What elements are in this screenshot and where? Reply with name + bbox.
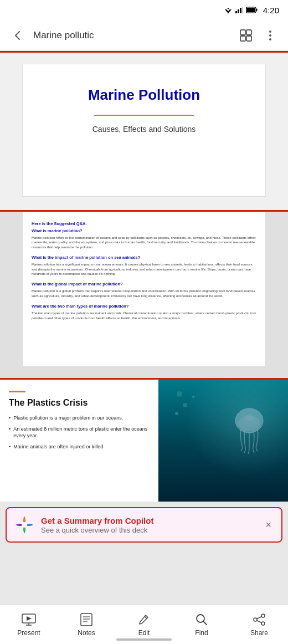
status-icons: 4:20	[224, 6, 279, 15]
slide-1-title: Marine Pollution	[88, 86, 200, 104]
more-options-button[interactable]	[259, 24, 281, 47]
find-icon	[194, 612, 209, 627]
svg-point-37	[254, 618, 257, 621]
svg-point-22	[183, 403, 187, 407]
top-bar-actions	[235, 24, 281, 47]
top-bar: Marine pollutic	[0, 20, 288, 51]
main-content: Marine Pollution Causes, Effects and Sol…	[0, 53, 288, 606]
svg-rect-4	[235, 11, 237, 13]
slide-2-a3: Marine pollution is a global problem tha…	[32, 289, 256, 298]
back-icon	[12, 29, 24, 42]
layout-icon	[239, 28, 253, 43]
status-time: 4:20	[263, 6, 279, 15]
signal-icon	[235, 7, 243, 13]
svg-rect-30	[81, 614, 92, 626]
slide-2: Here is the Suggested Q&A: What is marin…	[22, 212, 266, 367]
slide-1-subtitle: Causes, Effects and Solutions	[92, 125, 196, 134]
slide-3-title: The Plastics Crisis	[9, 398, 150, 408]
notes-icon	[79, 612, 94, 627]
more-icon	[264, 29, 276, 42]
slide-3-bullet-2: An estimated 8 million metric tons of pl…	[9, 426, 150, 439]
copilot-icon	[14, 515, 34, 535]
wifi-icon	[224, 7, 233, 13]
svg-rect-12	[246, 30, 251, 35]
nav-share[interactable]: Share	[237, 612, 281, 637]
notes-icon-svg	[80, 613, 92, 626]
slide-3-bullet-1: Plastic pollution is a major problem in …	[9, 415, 150, 422]
slide-2-q1: What is marine pollution?	[32, 228, 256, 233]
svg-rect-5	[238, 9, 239, 13]
svg-marker-27	[27, 616, 32, 621]
copilot-suffix: from Copilot	[102, 516, 153, 525]
bubbles	[171, 386, 199, 419]
slide-2-a1: Marine pollution refers to the contamina…	[32, 236, 256, 249]
edit-icon	[137, 612, 151, 627]
slide-3-ocean-image	[158, 380, 288, 502]
back-button[interactable]	[7, 24, 29, 47]
layout-button[interactable]	[235, 24, 257, 47]
svg-point-17	[269, 38, 271, 40]
slide-2-container: Here is the Suggested Q&A: What is marin…	[0, 212, 288, 378]
present-label: Present	[17, 629, 40, 637]
nav-find[interactable]: Find	[179, 612, 224, 637]
copilot-banner[interactable]: Get a Summary from Copilot See a quick o…	[6, 507, 282, 543]
copilot-close-button[interactable]: ×	[263, 517, 274, 533]
find-label: Find	[195, 629, 208, 637]
notes-label: Notes	[78, 629, 95, 637]
copilot-summary-word: Summary	[64, 516, 102, 525]
svg-point-38	[261, 622, 265, 625]
nav-notes[interactable]: Notes	[64, 612, 109, 637]
copilot-main-text: Get a Summary from Copilot	[41, 515, 256, 527]
nav-present[interactable]: Present	[7, 612, 51, 637]
bottom-spacer	[0, 548, 288, 559]
status-bar: 4:20	[0, 0, 288, 20]
edit-label: Edit	[138, 629, 150, 637]
svg-rect-11	[240, 30, 245, 35]
present-icon	[22, 612, 36, 627]
share-icon-svg	[253, 613, 266, 626]
edit-icon-svg	[138, 613, 150, 626]
slide-1-divider	[94, 115, 194, 116]
svg-point-36	[261, 614, 265, 617]
slide-3-bullet-3: Marine animals are often injured or kill…	[9, 443, 150, 451]
ocean-bg	[158, 380, 288, 502]
home-indicator	[116, 638, 172, 641]
slide-3-accent	[9, 391, 25, 392]
copilot-text-block: Get a Summary from Copilot See a quick o…	[41, 515, 256, 535]
copilot-sub-text: See a quick overview of this deck	[41, 526, 256, 534]
slide-1-container: Marine Pollution Causes, Effects and Sol…	[0, 53, 288, 210]
svg-rect-13	[240, 36, 245, 41]
copilot-logo	[14, 515, 34, 535]
svg-point-25	[22, 522, 27, 528]
document-title: Marine pollutic	[29, 30, 235, 41]
svg-line-39	[257, 616, 262, 619]
nav-edit[interactable]: Edit	[122, 612, 166, 637]
slide-3-left: The Plastics Crisis Plastic pollution is…	[0, 380, 158, 502]
slide-2-q2: What is the impact of marine pollution o…	[32, 255, 256, 260]
slide-2-intro: Here is the Suggested Q&A:	[32, 221, 256, 226]
svg-line-35	[203, 621, 207, 625]
slide-2-a4: The two main types of marine pollution a…	[32, 311, 256, 320]
svg-point-16	[269, 34, 271, 37]
svg-rect-7	[242, 7, 243, 13]
svg-line-40	[257, 620, 262, 622]
slide-1: Marine Pollution Causes, Effects and Sol…	[22, 64, 266, 197]
svg-point-23	[192, 396, 194, 398]
slide-3-container: The Plastics Crisis Plastic pollution is…	[0, 380, 288, 502]
present-icon-svg	[22, 614, 36, 626]
svg-point-15	[269, 30, 271, 33]
svg-rect-9	[256, 9, 257, 12]
copilot-prefix: Get a	[41, 516, 64, 525]
battery-icon	[246, 7, 258, 13]
svg-point-21	[175, 412, 178, 415]
svg-rect-14	[246, 36, 251, 41]
jellyfish-illustration	[230, 404, 269, 454]
slide-3: The Plastics Crisis Plastic pollution is…	[0, 380, 288, 502]
share-label: Share	[250, 629, 268, 637]
svg-rect-6	[240, 8, 241, 13]
slide-2-q4: What are the two main types of marine po…	[32, 304, 256, 309]
slide-2-a2: Marine pollution has a significant impac…	[32, 262, 256, 276]
svg-point-24	[177, 391, 182, 397]
svg-rect-10	[246, 8, 255, 12]
slide-2-q3: What is the global impact of marine poll…	[32, 282, 256, 287]
